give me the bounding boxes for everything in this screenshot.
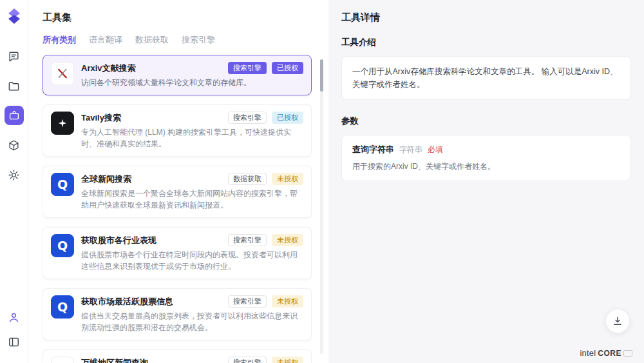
tool-name: 获取市场最活跃股票信息 <box>81 296 173 308</box>
tool-description: 访问各个研究领域大量科学论文和文章的存储库。 <box>81 77 303 88</box>
tool-description: 专为人工智能代理 (LLM) 构建的搜索引擎工具，可快速提供实时、准确和真实的结… <box>81 126 303 150</box>
category-tag: 搜索引擎 <box>228 234 267 246</box>
download-button[interactable] <box>605 309 630 333</box>
category-tag: 搜索引擎 <box>228 62 267 74</box>
param-card: 查询字符串 字符串 必填 用于搜索的Arxiv ID、关键字或作者姓名。 <box>341 135 631 181</box>
tab-all-categories[interactable]: 所有类别 <box>43 34 76 46</box>
tool-card-regional-news[interactable]: 万维地区新闻查询 搜索引擎 未授权 查询具体行政区划内的新闻，快速了解各地新闻动 <box>43 349 312 363</box>
category-tabs: 所有类别 语言翻译 数据获取 搜索引擎 <box>43 34 312 46</box>
param-description: 用于搜索的Arxiv ID、关键字或作者姓名。 <box>352 161 620 172</box>
nav-settings-gear-icon[interactable] <box>5 165 24 184</box>
q-logo-letter: Q <box>57 177 68 191</box>
q-logo-letter: Q <box>57 300 68 314</box>
download-icon <box>612 315 623 327</box>
tool-card-global-news-search[interactable]: Q 全球新闻搜索 数据获取 未授权 全球新闻搜索是一个聚合全球各大新闻网站内容的… <box>43 166 312 218</box>
detail-panel-title: 工具详情 <box>341 12 631 24</box>
tool-name: 万维地区新闻查询 <box>81 357 148 363</box>
core-logo-text: CORE <box>598 349 621 358</box>
category-tag: 搜索引擎 <box>228 112 267 124</box>
nav-folder-icon[interactable] <box>5 76 24 95</box>
tab-data-fetching[interactable]: 数据获取 <box>135 34 169 46</box>
tool-name: Arxiv文献搜索 <box>81 63 136 74</box>
intel-core-logo: intel CORE <box>580 348 632 358</box>
tool-intro-text: 一个用于从Arxiv存储库搜索科学论文和文章的工具。 输入可以是Arxiv ID… <box>352 65 620 91</box>
q-logo-icon: Q <box>51 234 74 257</box>
tool-detail-panel: 工具详情 工具介绍 一个用于从Arxiv存储库搜索科学论文和文章的工具。 输入可… <box>328 0 644 363</box>
tavily-star-icon <box>51 112 74 135</box>
tool-name: Tavily搜索 <box>81 112 121 124</box>
auth-status-badge: 未授权 <box>272 173 303 185</box>
tab-language-translation[interactable]: 语言翻译 <box>89 34 122 46</box>
collapse-panel-icon[interactable] <box>5 332 24 351</box>
app-logo-icon <box>6 8 22 27</box>
auth-status-badge: 已授权 <box>272 112 303 124</box>
category-tag: 搜索引擎 <box>228 295 267 308</box>
q-logo-icon: Q <box>51 295 74 319</box>
auth-status-badge: 未授权 <box>272 357 303 363</box>
intel-logo-text: intel <box>580 348 596 358</box>
arxiv-logo-icon <box>51 62 74 85</box>
tool-list: Arxiv文献搜索 搜索引擎 已授权 访问各个研究领域大量科学论文和文章的存储库… <box>43 55 312 363</box>
tool-description: 全球新闻搜索是一个聚合全球各大新闻网站内容的搜索引擎，帮助用户快速获取全球最新资… <box>81 188 303 211</box>
tools-panel-title: 工具集 <box>43 12 312 24</box>
param-required-badge: 必填 <box>428 144 443 155</box>
tab-search-engine[interactable]: 搜索引擎 <box>182 34 215 46</box>
params-section-heading: 参数 <box>341 115 631 127</box>
nav-chat-icon[interactable] <box>5 46 24 66</box>
tools-panel: 工具集 所有类别 语言翻译 数据获取 搜索引擎 Arxiv文献搜索 搜索引擎 已… <box>28 0 328 363</box>
tool-name: 获取股市各行业表现 <box>81 235 156 246</box>
tool-card-tavily[interactable]: Tavily搜索 搜索引擎 已授权 专为人工智能代理 (LLM) 构建的搜索引擎… <box>43 104 312 157</box>
auth-status-badge: 未授权 <box>272 295 303 308</box>
auth-status-badge: 已授权 <box>272 62 303 74</box>
tool-card-sector-performance[interactable]: Q 获取股市各行业表现 搜索引擎 未授权 提供股票市场各个行业在特定时间段内的表… <box>43 227 312 279</box>
nav-cube-icon[interactable] <box>5 135 24 155</box>
intro-card: 一个用于从Arxiv存储库搜索科学论文和文章的工具。 输入可以是Arxiv ID… <box>341 56 631 100</box>
tool-description: 提供当天交易量最高的股票列表，投资者可以利用这些信息来识别流动性强的股票和潜在的… <box>81 310 303 333</box>
core-badge-box <box>623 350 632 357</box>
scrollbar-thumb[interactable] <box>320 59 323 92</box>
param-type: 字符串 <box>399 144 422 155</box>
auth-status-badge: 未授权 <box>272 234 303 246</box>
tool-name: 全球新闻搜索 <box>81 173 131 185</box>
nav-tools-briefcase-icon[interactable] <box>5 106 24 125</box>
category-tag: 搜索引擎 <box>228 357 267 363</box>
tool-card-arxiv[interactable]: Arxiv文献搜索 搜索引擎 已授权 访问各个研究领域大量科学论文和文章的存储库… <box>43 55 312 95</box>
app-rail <box>0 0 28 363</box>
tool-description: 提供股票市场各个行业在特定时间段内的表现。投资者可以利用这些信息来识别表现优于或… <box>81 249 303 272</box>
category-tag: 数据获取 <box>228 173 267 185</box>
q-logo-letter: Q <box>57 239 68 253</box>
news-document-icon <box>51 357 74 363</box>
param-name: 查询字符串 <box>352 144 394 155</box>
q-logo-icon: Q <box>51 173 74 196</box>
user-profile-icon[interactable] <box>5 308 24 327</box>
list-scrollbar[interactable] <box>320 59 323 354</box>
intro-section-heading: 工具介绍 <box>341 37 631 48</box>
tool-card-most-active-stocks[interactable]: Q 获取市场最活跃股票信息 搜索引擎 未授权 提供当天交易量最高的股票列表，投资… <box>43 288 312 340</box>
